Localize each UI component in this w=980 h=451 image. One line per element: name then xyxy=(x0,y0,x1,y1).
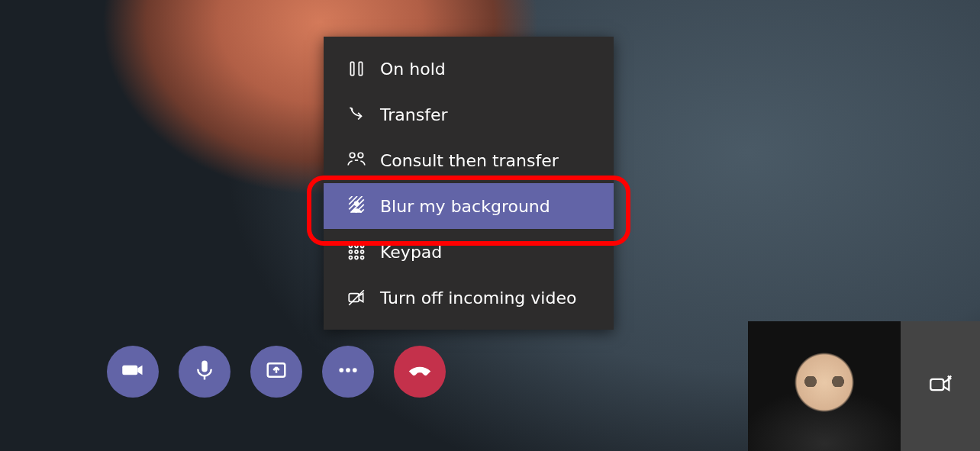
svg-point-16 xyxy=(361,250,364,253)
share-screen-icon xyxy=(265,359,288,385)
popout-video-button[interactable] xyxy=(901,321,980,451)
svg-rect-0 xyxy=(350,62,353,75)
svg-point-19 xyxy=(361,256,364,259)
menu-item-label: Keypad xyxy=(380,243,442,262)
menu-item-label: Blur my background xyxy=(380,197,550,216)
svg-point-14 xyxy=(349,250,352,253)
call-toolbar xyxy=(107,346,446,398)
svg-point-3 xyxy=(358,153,363,158)
consult-transfer-icon xyxy=(347,150,366,170)
svg-point-27 xyxy=(353,368,357,372)
svg-point-15 xyxy=(355,250,358,253)
menu-item-consult-transfer[interactable]: Consult then transfer xyxy=(324,137,614,183)
menu-item-keypad[interactable]: Keypad xyxy=(324,229,614,275)
camera-icon xyxy=(121,359,144,385)
video-off-icon xyxy=(347,288,366,308)
svg-point-12 xyxy=(355,244,358,247)
menu-item-transfer[interactable]: Transfer xyxy=(324,92,614,137)
self-view-panel xyxy=(748,321,980,451)
more-actions-button[interactable] xyxy=(322,346,374,398)
svg-rect-22 xyxy=(201,361,208,372)
menu-item-label: Turn off incoming video xyxy=(380,288,576,308)
svg-line-21 xyxy=(349,290,364,305)
pause-icon xyxy=(347,59,366,79)
menu-item-label: Consult then transfer xyxy=(380,151,559,170)
hangup-button[interactable] xyxy=(394,346,446,398)
ellipsis-icon xyxy=(337,359,359,385)
svg-rect-28 xyxy=(930,379,943,390)
svg-line-5 xyxy=(349,196,352,199)
svg-point-2 xyxy=(350,153,355,158)
transfer-icon xyxy=(347,105,366,124)
svg-point-13 xyxy=(361,244,364,247)
svg-point-18 xyxy=(355,256,358,259)
hangup-icon xyxy=(405,356,434,388)
svg-point-26 xyxy=(346,368,350,372)
keypad-icon xyxy=(347,242,366,262)
menu-item-label: On hold xyxy=(380,60,446,79)
svg-point-17 xyxy=(349,256,352,259)
share-screen-button[interactable] xyxy=(250,346,302,398)
menu-item-on-hold[interactable]: On hold xyxy=(324,46,614,92)
more-actions-menu: On hold Transfer Consult then transfer B… xyxy=(324,37,614,330)
menu-item-label: Transfer xyxy=(380,105,447,124)
svg-point-11 xyxy=(349,244,352,247)
menu-item-blur-background[interactable]: Blur my background xyxy=(324,183,614,229)
self-video[interactable] xyxy=(748,321,901,451)
menu-item-turn-off-incoming-video[interactable]: Turn off incoming video xyxy=(324,275,614,321)
blur-background-icon xyxy=(347,196,366,216)
svg-rect-1 xyxy=(359,62,362,75)
microphone-button[interactable] xyxy=(179,346,230,398)
svg-line-10 xyxy=(360,209,363,212)
svg-point-25 xyxy=(339,368,343,372)
camera-button[interactable] xyxy=(107,346,159,398)
microphone-icon xyxy=(193,359,216,385)
popout-video-icon xyxy=(927,372,953,401)
